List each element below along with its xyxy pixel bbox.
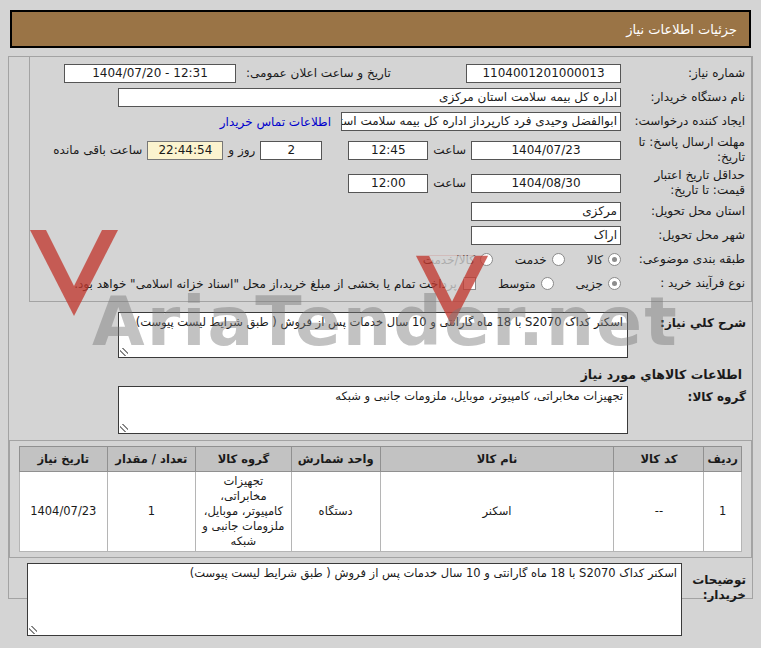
goods-table: ردیف کد کالا نام کالا واحد شمارش گروه کا… bbox=[19, 446, 742, 552]
radio-option-label: خدمت bbox=[515, 253, 547, 267]
buyer-contact-link[interactable]: اطلاعات تماس خریدار bbox=[220, 115, 331, 129]
remaining-time-label: ساعت باقی مانده bbox=[53, 143, 142, 157]
response-deadline-label: مهلت ارسال پاسخ: تا تاریخ: bbox=[621, 135, 745, 165]
subject-class-label: طبقه بندی موضوعی: bbox=[621, 252, 745, 267]
response-deadline-time-field[interactable]: 12:45 bbox=[348, 141, 428, 160]
col-header-date: تاریخ نیاز bbox=[20, 447, 108, 472]
cell-group: تجهیزات مخابراتی، کامپیوتر، موبایل، ملزو… bbox=[196, 472, 292, 552]
row-subject-class: طبقه بندی موضوعی: کالا خدمت کالا/خدمت bbox=[34, 249, 745, 270]
buyer-notes-text: اسکنر کداک S2070 با 18 ماه گارانتی و 10 … bbox=[190, 566, 677, 580]
buyer-org-field[interactable]: اداره کل بیمه سلامت استان مرکزی bbox=[118, 88, 621, 107]
checkbox-icon[interactable] bbox=[463, 277, 476, 290]
need-details-panel: شماره نیاز: 1104001201000013 تاریخ و ساع… bbox=[8, 56, 753, 599]
radio-option-label: کالا bbox=[587, 253, 603, 267]
need-description-textarea[interactable]: اسکنر کداک S2070 با 18 ماه گارانتی و 10 … bbox=[118, 312, 628, 358]
goods-group-label: گروه کالا: bbox=[628, 386, 746, 406]
row-delivery-province: استان محل تحویل: مرکزی bbox=[34, 201, 745, 222]
radio-option-goods[interactable]: کالا bbox=[587, 253, 621, 267]
col-header-unit: واحد شمارش bbox=[291, 447, 380, 472]
cell-name: اسکنر bbox=[380, 472, 614, 552]
col-header-index: ردیف bbox=[704, 447, 742, 472]
row-delivery-city: شهر محل تحویل: اراک bbox=[34, 225, 745, 246]
buyer-notes-section: توضیحات خریدار: اسکنر کداک S2070 با 18 م… bbox=[9, 563, 746, 636]
need-description-label: شرح کلي نیاز: bbox=[628, 312, 746, 332]
cell-date: 1404/07/23 bbox=[20, 472, 108, 552]
buyer-org-label: نام دستگاه خریدار: bbox=[621, 90, 745, 105]
radio-option-label: متوسط bbox=[498, 277, 536, 291]
price-validity-time-field[interactable]: 12:00 bbox=[348, 174, 428, 193]
response-deadline-date-field[interactable]: 1404/07/23 bbox=[471, 141, 621, 160]
goods-group-textarea[interactable]: تجهیزات مخابراتی، کامپیوتر، موبایل، ملزو… bbox=[118, 386, 628, 434]
resize-handle-icon[interactable] bbox=[120, 348, 128, 356]
page-title-text: جزئیات اطلاعات نیاز bbox=[626, 22, 737, 37]
request-creator-field[interactable]: ابوالفضل وحیدی فرد کارپرداز اداره کل بیم… bbox=[341, 112, 621, 131]
buyer-notes-textarea[interactable]: اسکنر کداک S2070 با 18 ماه گارانتی و 10 … bbox=[27, 563, 682, 636]
radio-icon[interactable] bbox=[608, 277, 621, 290]
col-header-name: نام کالا bbox=[380, 447, 614, 472]
radio-option-minor[interactable]: جزیی bbox=[576, 277, 621, 291]
announce-datetime-label: تاریخ و ساعت اعلان عمومی: bbox=[242, 66, 391, 81]
need-number-field[interactable]: 1104001201000013 bbox=[466, 64, 621, 83]
radio-option-service[interactable]: خدمت bbox=[515, 253, 565, 267]
announce-datetime-pair: تاریخ و ساعت اعلان عمومی: 1404/07/20 - 1… bbox=[64, 64, 391, 83]
need-description-text: اسکنر کداک S2070 با 18 ماه گارانتی و 10 … bbox=[136, 315, 623, 329]
delivery-province-field[interactable]: مرکزی bbox=[471, 202, 621, 221]
goods-info-header: اطلاعات کالاهاي مورد نیاز bbox=[9, 367, 742, 382]
goods-table-header-row: ردیف کد کالا نام کالا واحد شمارش گروه کا… bbox=[20, 447, 742, 472]
page-title: جزئیات اطلاعات نیاز bbox=[10, 10, 751, 48]
cell-code: -- bbox=[614, 472, 704, 552]
col-header-group: گروه کالا bbox=[196, 447, 292, 472]
row-request-creator: ایجاد کننده درخواست: ابوالفضل وحیدی فرد … bbox=[34, 111, 745, 132]
remaining-time-counter: 22:44:54 bbox=[147, 141, 223, 160]
row-price-validity: حداقل تاریخ اعتبار قیمت: تا تاریخ: 1404/… bbox=[34, 168, 745, 198]
col-header-code: کد کالا bbox=[614, 447, 704, 472]
row-buyer-org: نام دستگاه خریدار: اداره کل بیمه سلامت ا… bbox=[34, 87, 745, 108]
delivery-province-label: استان محل تحویل: bbox=[621, 204, 745, 219]
resize-handle-icon[interactable] bbox=[29, 626, 37, 634]
table-row: 1 -- اسکنر دستگاه تجهیزات مخابراتی، کامپ… bbox=[20, 472, 742, 552]
cell-unit: دستگاه bbox=[291, 472, 380, 552]
price-validity-label: حداقل تاریخ اعتبار قیمت: تا تاریخ: bbox=[621, 168, 745, 198]
price-validity-date-field[interactable]: 1404/08/30 bbox=[471, 174, 621, 193]
delivery-city-field[interactable]: اراک bbox=[471, 226, 621, 245]
radio-icon[interactable] bbox=[541, 277, 554, 290]
hour-label: ساعت bbox=[433, 143, 466, 157]
radio-icon[interactable] bbox=[608, 253, 621, 266]
radio-option-goods-service[interactable]: کالا/خدمت bbox=[423, 253, 493, 267]
radio-option-label: کالا/خدمت bbox=[423, 253, 475, 267]
row-response-deadline: مهلت ارسال پاسخ: تا تاریخ: 1404/07/23 سا… bbox=[34, 135, 745, 165]
radio-option-medium[interactable]: متوسط bbox=[498, 277, 554, 291]
row-need-number: شماره نیاز: 1104001201000013 تاریخ و ساع… bbox=[34, 63, 745, 84]
col-header-qty: تعداد / مقدار bbox=[107, 447, 195, 472]
goods-table-groupbox: ردیف کد کالا نام کالا واحد شمارش گروه کا… bbox=[9, 440, 752, 558]
request-creator-label: ایجاد کننده درخواست: bbox=[621, 114, 745, 129]
remaining-days-field: 2 bbox=[260, 141, 322, 160]
delivery-city-label: شهر محل تحویل: bbox=[621, 228, 745, 243]
need-number-label: شماره نیاز: bbox=[621, 66, 745, 81]
radio-option-label: جزیی bbox=[576, 277, 603, 291]
treasury-checkbox-option[interactable]: پرداخت تمام یا بخشی از مبلغ خرید،از محل … bbox=[74, 277, 476, 291]
goods-group-section: گروه کالا: تجهیزات مخابراتی، کامپیوتر، م… bbox=[9, 386, 746, 434]
need-description-section: شرح کلي نیاز: اسکنر کداک S2070 با 18 ماه… bbox=[9, 312, 746, 358]
resize-handle-icon[interactable] bbox=[120, 424, 128, 432]
row-purchase-process: نوع فرآیند خرید : جزیی متوسط پرداخت تمام… bbox=[34, 273, 745, 294]
days-and-label: روز و bbox=[228, 143, 255, 157]
general-info-groupbox: شماره نیاز: 1104001201000013 تاریخ و ساع… bbox=[29, 57, 752, 302]
announce-datetime-field[interactable]: 1404/07/20 - 12:31 bbox=[64, 64, 236, 83]
goods-group-text: تجهیزات مخابراتی، کامپیوتر، موبایل، ملزو… bbox=[335, 389, 623, 403]
cell-qty: 1 bbox=[107, 472, 195, 552]
buyer-notes-label: توضیحات خریدار: bbox=[682, 563, 746, 604]
cell-index: 1 bbox=[704, 472, 742, 552]
hour-label: ساعت bbox=[433, 176, 466, 190]
radio-icon[interactable] bbox=[480, 253, 493, 266]
treasury-note-label: پرداخت تمام یا بخشی از مبلغ خرید،از محل … bbox=[74, 277, 457, 291]
radio-icon[interactable] bbox=[552, 253, 565, 266]
purchase-process-label: نوع فرآیند خرید : bbox=[621, 276, 745, 291]
